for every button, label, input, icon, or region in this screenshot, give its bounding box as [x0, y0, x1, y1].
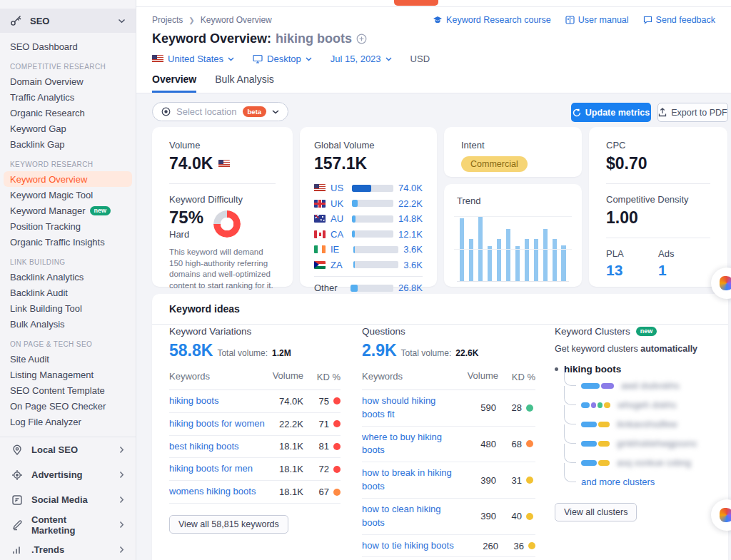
keyword-link[interactable]: best hiking boots [169, 440, 269, 454]
cluster-chip [581, 441, 597, 447]
pla-value: 13 [606, 262, 658, 279]
keyword-difficulty-label: Keyword Difficulty [169, 194, 276, 205]
kd-cell: 71 [319, 419, 329, 429]
sidebar-item-label: Keyword Manager [10, 205, 86, 216]
keyword-link[interactable]: how to clean hiking boots [362, 503, 462, 530]
sidebar-item-social-media[interactable]: Social Media [0, 487, 136, 512]
country-link[interactable]: AU [331, 213, 347, 224]
sidebar-item-bulk-analysis[interactable]: Bulk Analysis [0, 316, 136, 332]
keyword-link[interactable]: how should hiking boots fit [362, 394, 462, 422]
keyword-link[interactable]: how to break in hiking boots [362, 467, 462, 494]
sidebar-item-keyword-manager[interactable]: Keyword Manager new [0, 203, 136, 218]
keyword-link[interactable]: hiking boots for women [169, 417, 269, 431]
country-filter[interactable]: United States [152, 54, 234, 64]
cluster-more-row: and more clusters [564, 472, 721, 492]
sidebar-item-seo-content-template[interactable]: SEO Content Template [0, 382, 136, 398]
sidebar-item-link-building-tool[interactable]: Link Building Tool [0, 300, 136, 316]
keyword-link[interactable]: hiking boots for men [169, 462, 269, 476]
view-all-clusters-button[interactable]: View all clusters [555, 503, 637, 521]
volume-bar [353, 246, 399, 253]
book-icon [565, 16, 575, 24]
country-volume: 3.6K [403, 260, 423, 270]
export-to-pdf-button[interactable]: Export to PDF [657, 103, 728, 122]
sidebar-seo-header[interactable]: SEO [0, 9, 136, 33]
sidebar-item-on-page-seo-checker[interactable]: On Page SEO Checker [0, 398, 136, 414]
breadcrumb-projects[interactable]: Projects [152, 15, 183, 25]
table-row: womens hiking boots 18.1K 67 [169, 481, 341, 504]
bar-chart-icon [11, 544, 23, 556]
sidebar-item-log-file-analyzer[interactable]: Log File Analyzer [0, 414, 136, 429]
cluster-chip [598, 422, 610, 427]
us-flag-icon [314, 184, 326, 192]
volume-cell: 18.1K [269, 464, 303, 474]
search-button-fragment[interactable] [394, 0, 438, 6]
keyword-link[interactable]: womens hiking boots [169, 485, 269, 499]
sidebar-item-keyword-gap[interactable]: Keyword Gap [0, 121, 136, 136]
sidebar-item-backlink-audit[interactable]: Backlink Audit [0, 285, 136, 300]
keyword-research-course-link[interactable]: Keyword Research course [433, 15, 551, 25]
device-filter[interactable]: Desktop [253, 54, 312, 64]
chevron-down-icon [385, 57, 392, 61]
intent-badge: Commercial [461, 156, 528, 172]
update-metrics-button[interactable]: Update metrics [571, 103, 651, 122]
kd-dot [528, 542, 535, 549]
cluster-chips [581, 460, 610, 466]
trend-bar [469, 239, 473, 281]
keyword-link[interactable]: where to buy hiking boots [362, 431, 462, 458]
sidebar-item-advertising[interactable]: Advertising [0, 462, 136, 487]
sidebar-item-keyword-magic-tool[interactable]: Keyword Magic Tool [0, 187, 136, 203]
trend-bar [553, 239, 557, 281]
country-volume: 3.6K [403, 244, 423, 255]
sidebar-item-domain-overview[interactable]: Domain Overview [0, 73, 136, 89]
country-link[interactable]: IE [331, 244, 348, 255]
kd-value: 75% [169, 208, 203, 228]
user-manual-link[interactable]: User manual [565, 15, 629, 25]
date-filter[interactable]: Jul 15, 2023 [331, 54, 392, 64]
sidebar-item-organic-research[interactable]: Organic Research [0, 105, 136, 121]
pencil-icon [11, 519, 23, 531]
za-flag-icon [314, 261, 326, 269]
sidebar-item-traffic-analytics[interactable]: Traffic Analytics [0, 89, 136, 105]
sidebar-item-local-seo[interactable]: Local SEO [0, 437, 136, 462]
divider [606, 238, 710, 238]
chat-square-icon [11, 494, 23, 506]
send-feedback-link[interactable]: Send feedback [643, 15, 715, 25]
sidebar-item-listing-management[interactable]: Listing Management [0, 367, 136, 382]
tab-overview[interactable]: Overview [152, 73, 196, 93]
new-badge: new [90, 206, 111, 215]
tab-bulk-analysis[interactable]: Bulk Analysis [215, 73, 273, 93]
sidebar-item-label: Advertising [31, 469, 111, 480]
trend-bar [515, 246, 520, 281]
kd-donut-chart [213, 210, 241, 238]
sidebar-item-backlink-analytics[interactable]: Backlink Analytics [0, 269, 136, 285]
country-link[interactable]: US [331, 183, 347, 193]
global-volume-row: US 74.0K [314, 180, 423, 196]
questions-table: Keywords Volume KD % how should hiking b… [362, 370, 535, 557]
assistant-icon [720, 508, 731, 522]
keyword-link[interactable]: hiking boots [169, 394, 269, 408]
sidebar-item-content-marketing[interactable]: Content Marketing [0, 512, 136, 537]
select-location-dropdown[interactable]: Select location beta [152, 102, 288, 121]
sidebar-item-position-tracking[interactable]: Position Tracking [0, 218, 136, 234]
sidebar-item-keyword-overview[interactable]: Keyword Overview [4, 171, 132, 187]
country-link[interactable]: UK [331, 198, 347, 209]
and-more-clusters-link[interactable]: and more clusters [581, 477, 655, 487]
view-all-variations-button[interactable]: View all 58,815 keywords [169, 515, 288, 534]
sidebar-item-seo-dashboard[interactable]: SEO Dashboard [0, 39, 136, 54]
sidebar-item-trends[interactable]: .Trends [0, 537, 136, 560]
kd-cell: 75 [319, 396, 329, 407]
trend-bar [497, 239, 501, 281]
country-link[interactable]: CA [331, 229, 347, 240]
sidebar-item-organic-traffic-insights[interactable]: Organic Traffic Insights [0, 234, 136, 250]
chevron-down-icon [228, 57, 234, 61]
sidebar-item-backlink-gap[interactable]: Backlink Gap [0, 136, 136, 152]
cluster-blurred-label: gmkhsklehwgpsxnc [617, 438, 697, 449]
global-volume-row: UK 22.2K [314, 196, 423, 212]
keyword-link[interactable]: how to tie hiking boots [362, 539, 464, 553]
ads-label: Ads [658, 248, 710, 259]
select-location-placeholder: Select location [176, 106, 237, 117]
country-link[interactable]: ZA [331, 260, 348, 270]
sidebar-item-site-audit[interactable]: Site Audit [0, 351, 136, 367]
cpc-value: $0.70 [606, 154, 710, 173]
add-keyword-icon[interactable] [356, 34, 367, 44]
